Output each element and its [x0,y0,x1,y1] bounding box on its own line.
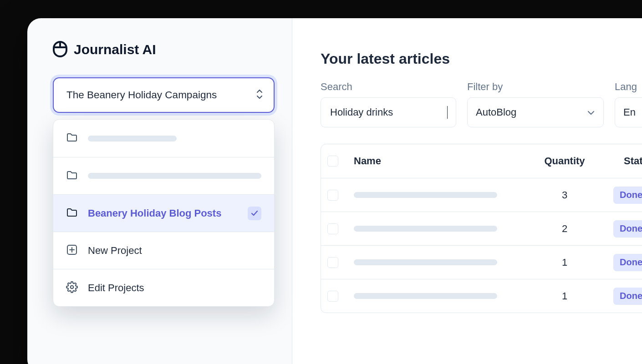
folder-icon [66,170,78,182]
filter-by-select[interactable]: AutoBlog [467,97,604,127]
folder-icon [66,207,78,220]
project-dropdown-item-selected[interactable]: Beanery Holiday Blog Posts [53,194,274,232]
text-cursor [447,106,448,119]
table-row[interactable]: 1 Done [321,245,642,279]
language-label: Lang [615,81,642,93]
status-badge: Done [613,288,642,305]
plus-square-icon [66,244,78,258]
brand-logo: Journalist AI [53,40,275,59]
row-name-skeleton [354,226,497,232]
project-dropdown-panel: Beanery Holiday Blog Posts [53,119,275,307]
gear-icon [66,281,78,295]
page-title: Your latest articles [321,51,642,67]
status-badge: Done [613,220,642,238]
row-quantity: 3 [530,189,599,201]
table-row[interactable]: 1 Done [321,279,642,313]
folder-icon [66,132,78,145]
table-row[interactable]: 2 Done [321,212,642,245]
row-quantity: 1 [530,257,599,268]
svg-point-6 [71,285,74,288]
new-project-label: New Project [88,245,142,257]
row-checkbox[interactable] [327,257,338,268]
select-all-checkbox[interactable] [327,156,338,167]
selected-check-icon [248,207,261,220]
mouse-logo-icon [53,40,67,59]
column-header-name: Name [354,155,530,167]
status-badge: Done [613,254,642,271]
search-input[interactable] [329,106,443,119]
app-window: Journalist AI The Beanery Holiday Campai… [27,18,642,364]
sidebar: Journalist AI The Beanery Holiday Campai… [27,18,292,364]
search-label: Search [321,81,456,93]
project-dropdown-item-label: Beanery Holiday Blog Posts [88,207,221,219]
column-header-status: Statu [624,155,642,167]
select-updown-icon [255,88,264,102]
language-value: En [623,106,636,118]
search-input-wrap[interactable] [321,97,456,127]
edit-projects-label: Edit Projects [88,282,144,294]
new-project-button[interactable]: New Project [53,232,274,269]
row-name-skeleton [354,192,497,198]
row-quantity: 2 [530,223,599,235]
status-badge: Done [613,187,642,204]
articles-table: Name Quantity Statu 3 Done 2 Done 1 Don [321,144,642,313]
column-header-quantity: Quantity [530,155,599,167]
language-select[interactable]: En [615,97,642,127]
brand-name: Journalist AI [74,42,156,57]
filter-by-value: AutoBlog [476,106,516,118]
table-header: Name Quantity Statu [321,144,642,178]
row-name-skeleton [354,293,497,299]
table-row[interactable]: 3 Done [321,178,642,212]
dropdown-item-skeleton [88,136,177,142]
row-checkbox[interactable] [327,223,338,234]
row-name-skeleton [354,259,497,265]
chevron-down-icon [587,106,595,118]
filter-by-label: Filter by [467,81,604,93]
project-dropdown-item[interactable] [53,157,274,194]
project-picker-button[interactable]: The Beanery Holiday Campaigns [53,77,275,113]
row-quantity: 1 [530,290,599,302]
edit-projects-button[interactable]: Edit Projects [53,269,274,306]
filter-bar: Search Filter by AutoBlog Lang En [321,81,642,127]
main-content: Your latest articles Search Filter by Au… [292,18,642,364]
dropdown-item-skeleton [88,173,261,179]
project-picker-selected: The Beanery Holiday Campaigns [66,89,217,101]
row-checkbox[interactable] [327,291,338,302]
project-dropdown-item[interactable] [53,120,274,157]
row-checkbox[interactable] [327,190,338,201]
